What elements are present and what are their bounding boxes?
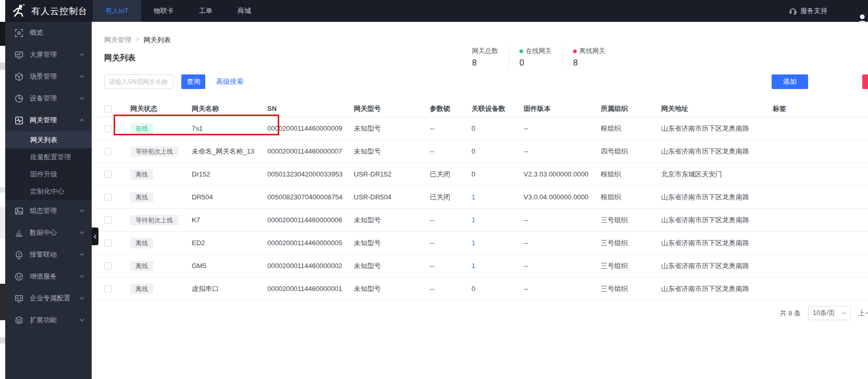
- table-row-5[interactable]: 等待初次上线K700002000114460000006未知型号--1--三号组…: [92, 209, 868, 232]
- sidebar-item-1[interactable]: 概览: [5, 22, 92, 44]
- status-badge: 离线: [130, 284, 153, 294]
- select-all-checkbox[interactable]: [104, 105, 111, 112]
- column-header-4: 网关型号: [346, 104, 423, 113]
- sidebar-menu: 概览大屏管理场景管理设备管理网关管理网关列表批量配置管理固件升级定制化中心组态管…: [5, 22, 92, 331]
- breadcrumb-parent[interactable]: 网关管理: [104, 35, 131, 45]
- cell-device-count: 1: [464, 239, 516, 247]
- usr-logo-icon: [11, 3, 27, 19]
- nav-tab-1[interactable]: 有人IoT: [93, 0, 141, 22]
- row-checkbox[interactable]: [104, 148, 111, 155]
- sidebar-item-label: 增值服务: [30, 272, 79, 281]
- nav-tab-3[interactable]: 工单: [187, 0, 225, 22]
- cell-model: 未知型号: [346, 261, 423, 271]
- table-row-8[interactable]: 离线虚拟串口00002000114460000001未知型号--0--三号组织山…: [92, 277, 868, 300]
- table-row-2[interactable]: 等待初次上线未命名_网关名称_1300002000114460000007未知型…: [92, 140, 868, 163]
- device-count-link[interactable]: 1: [472, 262, 475, 270]
- cell-model: USR-DR152: [346, 170, 423, 178]
- prev-page-button[interactable]: 上一页: [858, 309, 868, 318]
- sidebar-item-6[interactable]: 组态管理: [5, 200, 92, 222]
- data-center-icon: [15, 229, 23, 237]
- partial-user-icon[interactable]: [857, 12, 868, 22]
- logo-text: 有人云控制台: [31, 5, 88, 17]
- sidebar-subitem-1[interactable]: 网关列表: [5, 131, 92, 148]
- sidebar-item-10[interactable]: 企业专属配置: [5, 287, 92, 309]
- sidebar: 概览大屏管理场景管理设备管理网关管理网关列表批量配置管理固件升级定制化中心组态管…: [5, 22, 92, 379]
- table-row-1[interactable]: 在线7s100002000114460000009未知型号--0--根组织山东省…: [92, 117, 868, 140]
- cell-name: 未命名_网关名称_13: [184, 147, 260, 156]
- gateway-icon: [15, 116, 23, 125]
- sidebar-item-2[interactable]: 大屏管理: [5, 44, 92, 66]
- status-badge: 离线: [130, 169, 153, 180]
- background-fragment: [0, 62, 5, 70]
- nav-tab-4[interactable]: 商城: [225, 0, 264, 22]
- cell-model: 未知型号: [346, 238, 423, 248]
- sidebar-subitem-4[interactable]: 定制化中心: [5, 183, 92, 200]
- cell-device-count: 0: [464, 170, 516, 178]
- cell-org: 三号组织: [593, 216, 654, 225]
- cell-org: 根组织: [593, 170, 654, 179]
- sidebar-subitem-2[interactable]: 批量配置管理: [5, 148, 92, 166]
- sidebar-item-9[interactable]: 增值服务: [5, 266, 92, 287]
- cell-firmware: --: [516, 285, 593, 293]
- column-header-8: 所属组织: [593, 104, 654, 113]
- sidebar-item-label: 组态管理: [30, 206, 79, 216]
- sidebar-subitem-3[interactable]: 固件升级: [5, 166, 92, 183]
- sidebar-item-11[interactable]: 扩展功能: [5, 309, 92, 331]
- nav-tabs: 有人IoT物联卡工单商城: [93, 0, 264, 22]
- advanced-search-link[interactable]: 高级搜索: [216, 74, 243, 89]
- column-header-5: 参数锁: [423, 104, 464, 113]
- chevron-down-icon: [79, 74, 84, 79]
- header-right: 服务支持: [789, 6, 868, 16]
- cell-address: 山东省济南市历下区龙奥南路: [654, 124, 765, 133]
- sidebar-collapse-handle[interactable]: [92, 228, 98, 245]
- status-badge: 在线: [130, 123, 153, 134]
- cell-sn: 00501323042000033953: [260, 170, 346, 178]
- search-input[interactable]: [104, 74, 173, 89]
- cell-param-lock: --: [423, 239, 464, 247]
- row-checkbox[interactable]: [104, 217, 111, 224]
- table-row-4[interactable]: 离线DR50400500823070400008754USR-DR504已关闭1…: [92, 186, 868, 209]
- device-count-link[interactable]: 1: [472, 216, 475, 224]
- query-button[interactable]: 查询: [181, 74, 205, 89]
- row-checkbox[interactable]: [104, 262, 111, 270]
- device-count-link[interactable]: 1: [472, 193, 475, 201]
- column-header-1: 网关状态: [123, 104, 184, 113]
- sidebar-item-8[interactable]: 报警联动: [5, 244, 92, 266]
- cell-device-count: 0: [464, 285, 516, 293]
- cell-firmware: V3.0.04.000000.0000: [516, 193, 593, 201]
- row-checkbox[interactable]: [104, 194, 111, 201]
- nav-tab-2[interactable]: 物联卡: [141, 0, 187, 22]
- logo[interactable]: 有人云控制台: [5, 3, 92, 19]
- partial-red-action-button[interactable]: [862, 74, 868, 89]
- row-checkbox[interactable]: [104, 171, 111, 178]
- row-checkbox[interactable]: [104, 285, 111, 293]
- row-checkbox[interactable]: [104, 239, 111, 247]
- sidebar-item-5[interactable]: 网关管理: [5, 109, 92, 131]
- cell-firmware: --: [516, 262, 593, 270]
- table-row-3[interactable]: 离线Dr15200501323042000033953USR-DR152已关闭0…: [92, 163, 868, 186]
- sidebar-item-3[interactable]: 场景管理: [5, 66, 92, 87]
- add-button[interactable]: 添加: [772, 74, 808, 89]
- support-link[interactable]: 服务支持: [789, 6, 827, 16]
- table-row-7[interactable]: 离线GM500002000114460000002未知型号--1--三号组织山东…: [92, 255, 868, 277]
- cell-org: 根组织: [593, 193, 654, 202]
- value-service-icon: [15, 272, 23, 281]
- cell-param-lock: --: [423, 147, 464, 155]
- cell-param-lock: --: [423, 124, 464, 132]
- table-row-6[interactable]: 离线ED200002000114460000005未知型号--1--三号组织山东…: [92, 232, 868, 255]
- sidebar-item-7[interactable]: 数据中心: [5, 222, 92, 244]
- sidebar-item-4[interactable]: 设备管理: [5, 87, 92, 109]
- sidebar-item-label: 设备管理: [30, 94, 79, 103]
- cell-status: 离线: [123, 169, 184, 180]
- cell-address: 山东省济南市历下区龙奥南路: [654, 147, 765, 156]
- overview-icon: [15, 29, 23, 37]
- cell-status: 等待初次上线: [123, 146, 184, 157]
- page-size-select[interactable]: 10条/页: [808, 306, 851, 320]
- cell-device-count: 0: [464, 147, 516, 155]
- row-checkbox[interactable]: [104, 125, 111, 132]
- cell-status: 在线: [123, 123, 184, 134]
- device-count-link[interactable]: 1: [472, 239, 475, 247]
- stat-label: 在线网关: [519, 47, 552, 56]
- cell-firmware: --: [516, 216, 593, 224]
- cell-model: USR-DR504: [346, 193, 423, 201]
